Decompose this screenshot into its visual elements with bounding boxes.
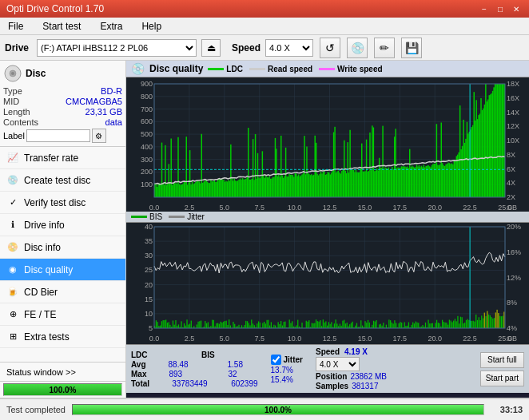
drivebar: Drive (F:) ATAPI iHBS112 2 PL06 ⏏ Speed … (0, 35, 529, 61)
bottom-status-text: Test completed (6, 405, 66, 414)
legend-ldc-dot (208, 68, 224, 70)
disc-quality-title: Disc quality (149, 63, 203, 74)
speed-stat-label: Speed (316, 347, 340, 356)
jitter-checkbox[interactable] (271, 355, 281, 365)
samples-row: Samples 381317 (316, 382, 387, 390)
bis-chart (126, 223, 529, 343)
bottom-status-bar: Test completed 100.0% 33:13 (0, 398, 529, 420)
menu-extra[interactable]: Extra (95, 19, 127, 34)
disc-icon (3, 64, 22, 83)
test-speed-select[interactable]: 4.0 X (316, 357, 360, 371)
nav-verify-test-disc[interactable]: ✓ Verify test disc (0, 192, 125, 214)
disc-label-label: Label (3, 131, 25, 141)
disc-label-input[interactable] (26, 129, 90, 142)
eject-button[interactable]: ⏏ (201, 39, 221, 57)
main-area: Disc Type BD-R MID CMCMAGBA5 Length 23,3… (0, 61, 529, 398)
nav-transfer-rate[interactable]: 📈 Transfer rate (0, 147, 125, 169)
disc-title: Disc (26, 68, 46, 79)
avg-jitter-value: 13.7% (271, 366, 293, 374)
ldc-bis-stats: LDC BIS Avg 88.48 1.58 Max 893 32 Total … (131, 351, 258, 388)
bottom-progress-container: 100.0% (72, 404, 484, 415)
stats-bar: LDC BIS Avg 88.48 1.58 Max 893 32 Total … (126, 344, 529, 393)
status-window-button[interactable]: Status window >> (0, 363, 125, 382)
nav-drive-info[interactable]: ℹ Drive info (0, 214, 125, 236)
write-button[interactable]: ✏ (374, 38, 395, 58)
maximize-button[interactable]: □ (494, 2, 507, 15)
max-label: Max (131, 370, 146, 378)
position-value: 23862 MB (350, 372, 387, 381)
refresh-button[interactable]: ↺ (320, 38, 340, 58)
max-row: Max 893 32 (131, 370, 258, 378)
transfer-rate-icon: 📈 (6, 152, 19, 164)
minimize-button[interactable]: − (478, 2, 491, 15)
jitter-col-header: Jitter (284, 355, 303, 364)
start-full-button[interactable]: Start full (480, 352, 524, 368)
disc-header: Disc (3, 64, 122, 83)
disc-quality-icon: ◉ (6, 263, 19, 276)
create-disc-icon: 💿 (6, 174, 19, 187)
disc-info: Type BD-R MID CMCMAGBA5 Length 23,31 GB … (3, 86, 122, 127)
legend-bis-label: BIS (149, 212, 162, 221)
nav-disc-info-label: Disc info (24, 242, 61, 253)
speed-select[interactable]: 4.0 X (265, 39, 313, 57)
jitter-avg-row: 13.7% (271, 366, 303, 374)
time-display: 33:13 (491, 405, 523, 414)
legend-ldc-label: LDC (226, 65, 243, 73)
nav-cd-bier-label: CD Bier (24, 287, 58, 298)
disc-contents-label: Contents (3, 117, 38, 127)
ldc-chart-wrapper (126, 77, 529, 212)
jitter-max-row: 15.4% (271, 375, 303, 384)
start-part-button[interactable]: Start part (480, 370, 524, 386)
sidebar-progress-container: 100.0% (3, 383, 122, 396)
drive-info-icon: ℹ (6, 219, 19, 232)
avg-bis-value: 1.58 (228, 360, 243, 369)
legend-write-dot (319, 68, 335, 70)
status-bar-area: Status window >> 100.0% (0, 362, 125, 398)
nav-create-test-disc[interactable]: 💿 Create test disc (0, 169, 125, 192)
menu-start-test[interactable]: Start test (38, 19, 86, 34)
menubar: File Start test Extra Help (0, 18, 529, 35)
menu-help[interactable]: Help (137, 19, 166, 34)
disc-label-button[interactable]: ⚙ (92, 129, 106, 143)
menu-file[interactable]: File (3, 19, 28, 34)
label-row: Label ⚙ (3, 129, 122, 143)
speed-label: Speed (232, 42, 261, 53)
titlebar: Opti Drive Control 1.70 − □ ✕ (0, 0, 529, 18)
ldc-chart (126, 77, 529, 212)
bis-chart-wrapper (126, 223, 529, 344)
legend-top: LDC Read speed Write speed (208, 65, 382, 73)
nav-fe-te-label: FE / TE (24, 309, 56, 320)
disc-button[interactable]: 💿 (347, 38, 368, 58)
drive-select[interactable]: (F:) ATAPI iHBS112 2 PL06 (37, 39, 197, 57)
legend-read: Read speed (249, 65, 312, 73)
bottom-progress-text: 100.0% (73, 405, 483, 414)
nav-fe-te[interactable]: ⊕ FE / TE (0, 303, 125, 326)
nav-transfer-rate-label: Transfer rate (24, 153, 78, 164)
ldc-col-header: LDC (131, 351, 179, 359)
disc-contents-value: data (42, 117, 122, 127)
samples-value: 381317 (352, 382, 378, 390)
nav-disc-info[interactable]: 📀 Disc info (0, 236, 125, 259)
extra-tests-icon: ⊞ (6, 331, 19, 343)
nav-disc-quality-label: Disc quality (24, 264, 73, 275)
speed-row: Speed 4.19 X (316, 347, 387, 356)
disc-length-label: Length (3, 107, 38, 117)
legend-bottom-bar: BIS Jitter (126, 212, 529, 223)
total-label: Total (131, 379, 149, 388)
nav-extra-tests[interactable]: ⊞ Extra tests (0, 326, 125, 348)
nav-create-disc-label: Create test disc (24, 175, 90, 186)
disc-quality-header-icon: 💿 (131, 62, 145, 75)
content-area: 💿 Disc quality LDC Read speed Write spee… (126, 61, 529, 398)
legend-bis-dot (131, 216, 147, 218)
close-button[interactable]: ✕ (510, 2, 523, 15)
cd-bier-icon: 🍺 (6, 286, 19, 299)
legend-read-dot (249, 68, 265, 70)
save-button[interactable]: 💾 (401, 38, 422, 58)
avg-label: Avg (131, 360, 146, 369)
legend-read-label: Read speed (268, 65, 312, 73)
disc-length-value: 23,31 GB (42, 107, 122, 117)
nav-cd-bier[interactable]: 🍺 CD Bier (0, 281, 125, 303)
nav-disc-quality[interactable]: ◉ Disc quality (0, 259, 125, 281)
nav-drive-info-label: Drive info (24, 220, 65, 231)
disc-mid-label: MID (3, 97, 38, 106)
